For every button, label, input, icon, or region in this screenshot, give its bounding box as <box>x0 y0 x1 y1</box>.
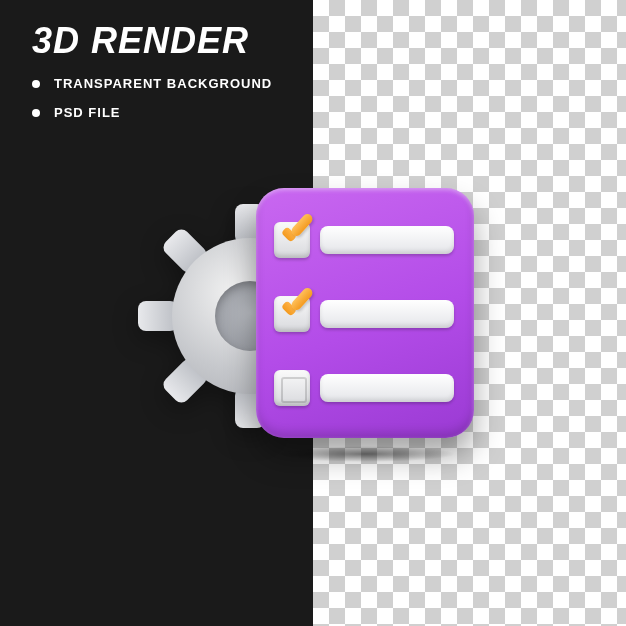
checklist-card <box>256 188 474 438</box>
checkbox-checked <box>274 296 310 332</box>
checklist-row <box>274 222 454 258</box>
checkmark-icon <box>278 288 316 326</box>
text-bar <box>320 374 454 402</box>
page-title: 3D RENDER <box>32 20 249 62</box>
feature-label: TRANSPARENT BACKGROUND <box>54 76 272 91</box>
feature-item: PSD FILE <box>32 105 272 120</box>
text-bar <box>320 300 454 328</box>
checkbox-unchecked <box>274 370 310 406</box>
render-illustration <box>150 178 476 448</box>
card-shadow <box>276 446 456 462</box>
feature-item: TRANSPARENT BACKGROUND <box>32 76 272 91</box>
checklist-row <box>274 296 454 332</box>
checklist-row <box>274 370 454 406</box>
checkmark-icon <box>278 214 316 252</box>
feature-label: PSD FILE <box>54 105 121 120</box>
text-bar <box>320 226 454 254</box>
checkbox-checked <box>274 222 310 258</box>
feature-list: TRANSPARENT BACKGROUND PSD FILE <box>32 76 272 134</box>
